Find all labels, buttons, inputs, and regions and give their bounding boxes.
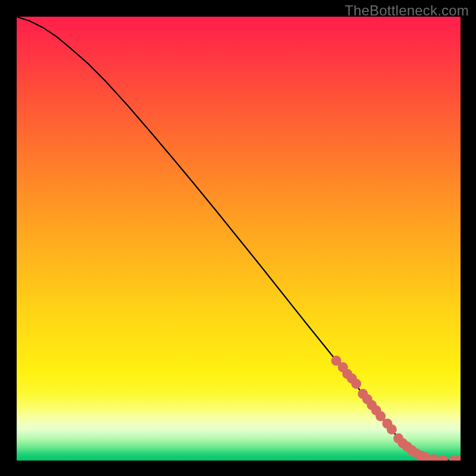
curve-marker [438, 455, 448, 461]
chart-stage: TheBottleneck.com [0, 0, 476, 476]
bottleneck-curve [17, 17, 461, 461]
curve-marker [387, 424, 397, 434]
watermark-text: TheBottleneck.com [345, 2, 469, 19]
curve-marker [351, 378, 361, 389]
curve-marker [429, 454, 439, 461]
chart-overlay [17, 17, 461, 461]
plot-area [17, 17, 461, 461]
curve-marker [375, 411, 386, 421]
marker-group [331, 356, 461, 461]
